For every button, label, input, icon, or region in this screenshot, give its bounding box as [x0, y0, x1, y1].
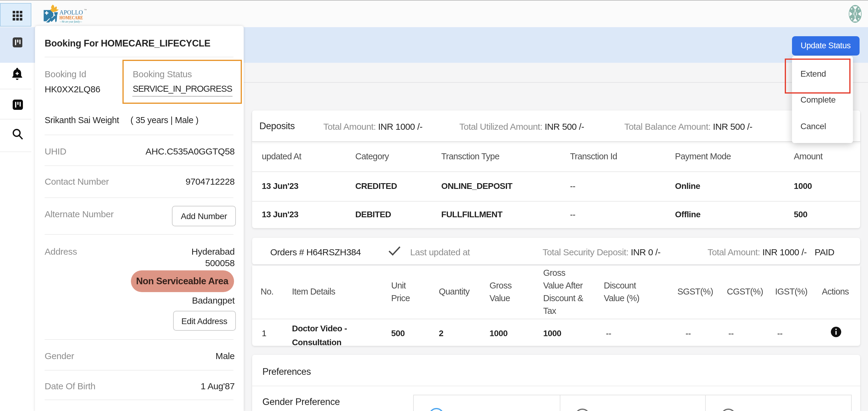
svg-text:TM: TM [84, 9, 87, 10]
svg-text:—We are your family—: —We are your family— [59, 20, 82, 23]
